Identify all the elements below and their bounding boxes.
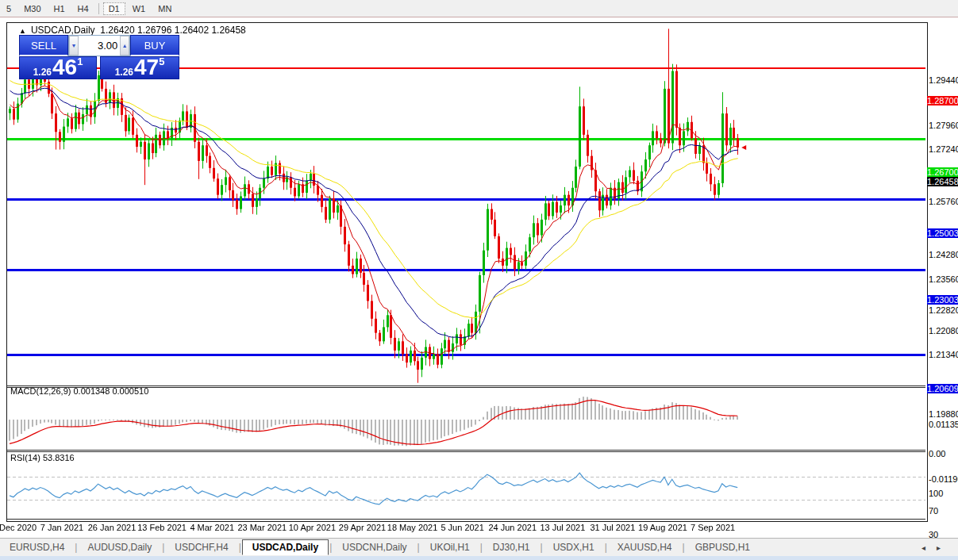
chart-tab-usdx[interactable]: USDX,H1 (544, 540, 604, 554)
price-axis-tick: 1.19880 (929, 409, 958, 419)
chart-window: ▲USDCAD,Daily 1.26420 1.26796 1.26402 1.… (0, 17, 958, 538)
price-axis-tick: 0.01135 (929, 420, 958, 429)
price-axis-level-green: 1.26700 (927, 167, 958, 177)
timeframe-button-m30[interactable]: M30 (18, 2, 46, 15)
volume-box: ▼ ▲ (68, 35, 130, 56)
price-axis-tick: 1.22080 (929, 326, 958, 336)
sell-button[interactable]: SELL (19, 35, 68, 56)
date-axis-tick: 29 Apr 2021 (339, 523, 386, 532)
price-axis-tick: 1.27960 (929, 121, 958, 130)
date-axis-tick: 13 Feb 2021 (137, 523, 187, 532)
tab-separator: | (239, 542, 241, 553)
price-axis-tick: 1.24280 (929, 250, 958, 259)
chart-tab-usdchf[interactable]: USDCHF,H4 (165, 540, 237, 554)
chart-title: ▲USDCAD,Daily 1.26420 1.26796 1.26402 1.… (19, 25, 246, 36)
price-axis-tick: 0.00 (929, 449, 958, 458)
price-axis-tick: 1.22820 (929, 305, 958, 315)
chart-tab-audusd[interactable]: AUDUSD,Daily (78, 540, 161, 554)
date-axis-tick: 13 Jul 2021 (540, 523, 585, 532)
chart-tab-gbpusd[interactable]: GBPUSD,H1 (686, 540, 760, 554)
window-bottom-edge (0, 556, 958, 560)
timeframe-toolbar: 5M30H1H4D1W1MN (0, 0, 958, 17)
price-axis-level-blue: 1.23003 (927, 295, 958, 305)
date-axis-tick: 23 Mar 2021 (237, 523, 287, 532)
date-axis-tick: 10 Apr 2021 (289, 523, 336, 532)
chart-tab-usdcad[interactable]: USDCAD,Daily (242, 539, 329, 555)
collapse-icon[interactable]: ▲ (19, 27, 26, 35)
date-axis-tick: 7 Sep 2021 (691, 523, 735, 532)
price-axis-tick: 1.21340 (929, 350, 958, 359)
tab-separator: | (605, 542, 607, 553)
chart-tab-xauusd[interactable]: XAUUSD,H4 (608, 540, 682, 554)
date-axis-tick: 24 Jun 2021 (488, 523, 537, 532)
date-axis-tick: 19 Aug 2021 (638, 523, 687, 532)
tab-scroll-arrows[interactable]: ◂▸ (921, 543, 952, 552)
tab-separator: | (683, 542, 685, 553)
date-axis-tick: 17 Dec 2020 (0, 523, 37, 532)
buy-button[interactable]: BUY (130, 35, 179, 56)
timeframe-button-h4[interactable]: H4 (72, 2, 94, 15)
timeframe-button-d1[interactable]: D1 (103, 2, 125, 15)
tab-separator: | (162, 542, 164, 553)
date-axis-tick: 4 Mar 2021 (190, 523, 234, 532)
chart-symbol: USDCAD,Daily (31, 25, 95, 36)
chart-tab-dj30[interactable]: DJ30,H1 (483, 540, 540, 554)
price-axis-tick: 1.25760 (929, 197, 958, 206)
chart-tab-eurusd[interactable]: EURUSD,H4 (0, 540, 74, 554)
buy-price-tile[interactable]: 1.26 47 5 (100, 56, 179, 79)
sell-price-sup: 1 (77, 57, 83, 67)
rsi-indicator-label: RSI(14) 53.8316 (10, 453, 75, 462)
chart-tab-ukoil[interactable]: UKOil,H1 (421, 540, 479, 554)
price-axis-tick: 1.27240 (929, 144, 958, 154)
tab-separator: | (329, 542, 332, 553)
price-axis-level-black: 1.26458 (927, 177, 958, 186)
price-axis-tick: 1.29440 (929, 75, 958, 85)
toolbar-separator (98, 3, 99, 14)
timeframe-button-5[interactable]: 5 (1, 2, 17, 15)
price-axis-level-blue: 1.25003 (927, 228, 958, 238)
volume-input[interactable] (79, 36, 120, 56)
timeframe-button-h1[interactable]: H1 (48, 2, 71, 15)
tab-separator: | (75, 542, 77, 553)
price-axis-level-red: 1.28700 (927, 96, 958, 105)
macd-indicator-label: MACD(12,26,9) 0.001348 0.000510 (10, 386, 148, 396)
chart-ohlc: 1.26420 1.26796 1.26402 1.26458 (100, 25, 246, 36)
buy-price-small: 1.26 (115, 67, 133, 78)
sell-price-tile[interactable]: 1.26 46 1 (19, 56, 97, 79)
trading-app: 5M30H1H4D1W1MN ▲USDCAD,Daily 1.26420 1.2… (0, 0, 958, 560)
buy-price-sup: 5 (159, 57, 164, 67)
chart-canvas[interactable] (7, 23, 925, 520)
price-axis-level-blue: 1.20609 (927, 384, 958, 393)
chart-tab-bar: EURUSD,H4|AUDUSD,Daily|USDCHF,H4|USDCAD,… (0, 538, 958, 556)
volume-increase-button[interactable]: ▲ (120, 36, 129, 56)
date-axis-tick: 31 Jul 2021 (590, 523, 635, 532)
price-axis-tick: 70 (929, 506, 958, 516)
sell-price-big: 46 (52, 57, 77, 78)
date-axis-tick: 7 Jan 2021 (40, 523, 83, 532)
tab-separator: | (480, 542, 483, 553)
date-axis-tick: 26 Jan 2021 (88, 523, 137, 532)
timeframe-button-w1[interactable]: W1 (127, 2, 152, 15)
buy-price-big: 47 (134, 57, 159, 78)
price-axis-tick: -0.01190 (929, 474, 958, 484)
timeframe-button-mn[interactable]: MN (152, 2, 177, 15)
volume-decrease-button[interactable]: ▼ (69, 36, 79, 56)
tab-separator: | (417, 542, 420, 553)
price-axis-tick: 100 (929, 489, 958, 498)
date-axis-tick: 18 May 2021 (387, 523, 438, 532)
date-axis-tick: 5 Jun 2021 (441, 523, 483, 532)
price-axis-tick: 1.23560 (929, 274, 958, 284)
sell-price-small: 1.26 (33, 67, 52, 78)
chart-tab-usdcnh[interactable]: USDCNH,Daily (333, 540, 416, 554)
tab-separator: | (541, 542, 543, 553)
one-click-trade-panel: SELL ▼ ▲ BUY 1.26 46 1 1.26 47 5 (19, 35, 179, 79)
